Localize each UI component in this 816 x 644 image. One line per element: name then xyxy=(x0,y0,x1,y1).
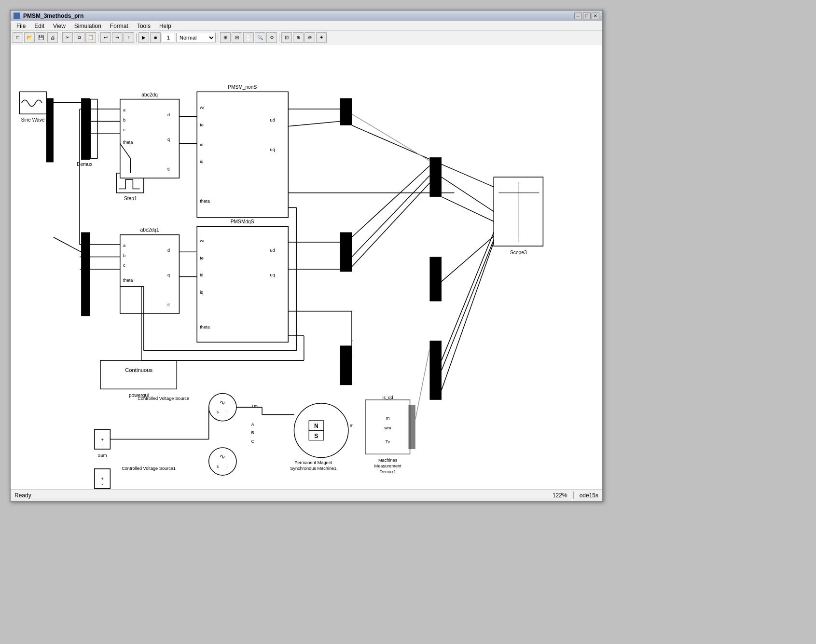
svg-point-63 xyxy=(209,448,236,475)
svg-text:a: a xyxy=(123,243,126,248)
library-button[interactable]: ⊞ xyxy=(220,32,231,43)
statusbar: Ready 122% ode15s xyxy=(11,489,602,501)
menu-edit[interactable]: Edit xyxy=(30,22,48,30)
print-button[interactable]: 🖨 xyxy=(47,32,58,43)
svg-text:theta: theta xyxy=(123,140,133,145)
svg-rect-4 xyxy=(91,99,97,159)
svg-text:q: q xyxy=(167,137,170,142)
title-bar: PMSM_3methods_prn ─ □ ✕ xyxy=(11,11,602,21)
svg-rect-48 xyxy=(429,257,442,301)
svg-text:wr: wr xyxy=(199,105,205,110)
title-buttons: ─ □ ✕ xyxy=(574,13,599,19)
svg-text:Controlled Voltage Source: Controlled Voltage Source xyxy=(138,396,189,401)
svg-text:s: s xyxy=(217,465,219,469)
svg-text:Step1: Step1 xyxy=(124,196,137,201)
config-button[interactable]: ✦ xyxy=(316,32,327,43)
svg-text:tl: tl xyxy=(167,167,170,172)
svg-text:m: m xyxy=(386,416,390,421)
status-zoom: 122% xyxy=(553,492,567,499)
debug-button[interactable]: 🔍 xyxy=(255,32,265,43)
svg-text:Sum: Sum xyxy=(98,453,107,458)
svg-text:d: d xyxy=(167,112,170,117)
minimize-button[interactable]: ─ xyxy=(574,13,582,19)
up-button[interactable]: ↑ xyxy=(124,32,134,43)
redo-button[interactable]: ↪ xyxy=(112,32,123,43)
sep2 xyxy=(98,33,98,42)
title-bar-left: PMSM_3methods_prn xyxy=(14,13,83,19)
svg-rect-7 xyxy=(120,99,180,178)
svg-text:uq: uq xyxy=(270,147,275,152)
param-button[interactable]: ⚙ xyxy=(266,32,277,43)
svg-text:theta: theta xyxy=(200,325,210,329)
close-button[interactable]: ✕ xyxy=(592,13,599,19)
svg-text:Continuous: Continuous xyxy=(125,367,152,373)
svg-text:N: N xyxy=(314,423,318,429)
time-input[interactable]: 1 xyxy=(162,33,175,42)
status-solver: ode15s xyxy=(580,492,598,499)
model-browser-button[interactable]: ⊟ xyxy=(232,32,242,43)
toolbar: □ 📂 💾 🖨 ✂ ⧉ 📋 ↩ ↪ ↑ ▶ ■ 1 Normal Acceler… xyxy=(11,31,602,44)
cut-button[interactable]: ✂ xyxy=(62,32,73,43)
menubar: File Edit View Simulation Format Tools H… xyxy=(11,21,602,31)
svg-rect-34 xyxy=(197,226,288,342)
status-divider xyxy=(573,492,574,499)
svg-text:te: te xyxy=(200,123,204,127)
svg-text:c: c xyxy=(123,263,125,268)
status-ready: Ready xyxy=(14,492,31,499)
new-button[interactable]: □ xyxy=(13,32,23,43)
status-left: Ready xyxy=(14,492,31,499)
svg-text:Synchronous Machine1: Synchronous Machine1 xyxy=(290,466,336,471)
run-button[interactable]: ▶ xyxy=(138,32,149,43)
zoom-out-button[interactable]: ⊖ xyxy=(304,32,315,43)
svg-text:∿: ∿ xyxy=(220,398,225,406)
menu-help[interactable]: Help xyxy=(155,22,175,30)
svg-text:id: id xyxy=(200,142,203,147)
menu-simulation[interactable]: Simulation xyxy=(70,22,105,30)
undo-button[interactable]: ↩ xyxy=(100,32,111,43)
stop-button[interactable]: ■ xyxy=(150,32,161,43)
mode-select[interactable]: Normal Accelerator xyxy=(176,33,216,42)
zoom-in-button[interactable]: ⊕ xyxy=(293,32,304,43)
svg-rect-49 xyxy=(429,341,442,400)
svg-text:S: S xyxy=(314,433,318,439)
copy-button[interactable]: ⧉ xyxy=(74,32,84,43)
svg-text:i: i xyxy=(226,410,227,414)
maximize-button[interactable]: □ xyxy=(583,13,591,19)
paste-button[interactable]: 📋 xyxy=(85,32,96,43)
menu-tools[interactable]: Tools xyxy=(133,22,154,30)
svg-text:uq: uq xyxy=(270,273,275,277)
svg-text:ud: ud xyxy=(270,118,275,123)
svg-text:Demux1: Demux1 xyxy=(379,469,396,474)
doc-button[interactable]: 📄 xyxy=(243,32,254,43)
svg-text:+: + xyxy=(101,437,104,442)
status-right: 122% ode15s xyxy=(553,492,598,499)
save-button[interactable]: 💾 xyxy=(36,32,46,43)
svg-text:b: b xyxy=(123,118,125,123)
menu-file[interactable]: File xyxy=(13,22,29,30)
svg-text:PMSM_nonS: PMSM_nonS xyxy=(228,84,257,90)
menu-view[interactable]: View xyxy=(49,22,69,30)
svg-rect-1 xyxy=(19,92,46,114)
open-button[interactable]: 📂 xyxy=(24,32,35,43)
svg-text:wr: wr xyxy=(199,238,205,243)
zoom-fit-button[interactable]: ⊡ xyxy=(281,32,292,43)
svg-text:-: - xyxy=(102,482,103,487)
sep4 xyxy=(218,33,218,42)
svg-text:Controlled Voltage Source1: Controlled Voltage Source1 xyxy=(122,466,176,471)
svg-text:d: d xyxy=(167,248,170,253)
svg-text:a: a xyxy=(123,108,126,112)
svg-text:id: id xyxy=(200,273,203,277)
svg-text:abc2dq: abc2dq xyxy=(141,92,158,97)
svg-point-59 xyxy=(209,394,236,421)
svg-text:Sine Wave: Sine Wave xyxy=(21,117,44,123)
menu-format[interactable]: Format xyxy=(106,22,132,30)
svg-text:q: q xyxy=(167,273,170,277)
canvas-area[interactable]: Sine Wave Demux Step1 abc2dq a b c theta… xyxy=(11,44,602,489)
svg-text:Machines: Machines xyxy=(378,458,398,463)
svg-text:i: i xyxy=(226,465,227,469)
svg-text:tl: tl xyxy=(167,302,170,307)
svg-text:Scope3: Scope3 xyxy=(510,250,527,255)
svg-rect-55 xyxy=(100,360,177,389)
diagram-svg: Sine Wave Demux Step1 abc2dq a b c theta… xyxy=(11,44,602,489)
svg-text:b: b xyxy=(123,253,125,258)
